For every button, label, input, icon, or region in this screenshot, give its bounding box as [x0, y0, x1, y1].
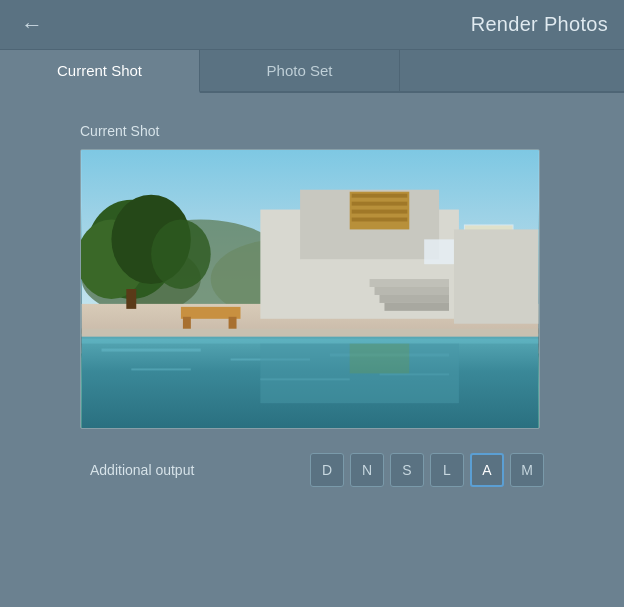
output-buttons: D N S L A M — [310, 453, 544, 487]
render-preview — [80, 149, 540, 429]
svg-rect-36 — [82, 329, 539, 337]
svg-rect-17 — [352, 202, 408, 206]
svg-rect-26 — [384, 303, 449, 311]
svg-rect-19 — [352, 218, 408, 222]
section-label: Current Shot — [80, 123, 554, 139]
svg-rect-27 — [454, 229, 538, 323]
output-btn-n[interactable]: N — [350, 453, 384, 487]
svg-rect-25 — [380, 295, 450, 303]
svg-rect-38 — [350, 344, 410, 374]
output-btn-d[interactable]: D — [310, 453, 344, 487]
tab-photo-set[interactable]: Photo Set — [200, 50, 400, 91]
tab-current-shot[interactable]: Current Shot — [0, 50, 200, 93]
main-content: Current Shot — [0, 93, 624, 607]
svg-rect-10 — [131, 368, 191, 370]
output-btn-l[interactable]: L — [430, 453, 464, 487]
back-button[interactable]: ← — [16, 9, 48, 41]
svg-rect-20 — [424, 239, 454, 264]
header: ← Render Photos — [0, 0, 624, 50]
page-title: Render Photos — [471, 13, 608, 36]
svg-rect-24 — [375, 287, 449, 295]
svg-rect-7 — [102, 349, 201, 352]
output-btn-s[interactable]: S — [390, 453, 424, 487]
svg-rect-18 — [352, 210, 408, 214]
svg-rect-6 — [82, 339, 539, 344]
output-btn-m[interactable]: M — [510, 453, 544, 487]
additional-output-label: Additional output — [90, 462, 194, 478]
svg-rect-23 — [370, 279, 449, 287]
tabs-container: Current Shot Photo Set — [0, 50, 624, 93]
output-btn-a[interactable]: A — [470, 453, 504, 487]
svg-rect-31 — [126, 289, 136, 309]
app-container: ← Render Photos Current Shot Photo Set C… — [0, 0, 624, 607]
svg-point-32 — [151, 220, 211, 290]
additional-output-row: Additional output D N S L A M — [80, 453, 554, 487]
svg-rect-16 — [352, 194, 408, 198]
